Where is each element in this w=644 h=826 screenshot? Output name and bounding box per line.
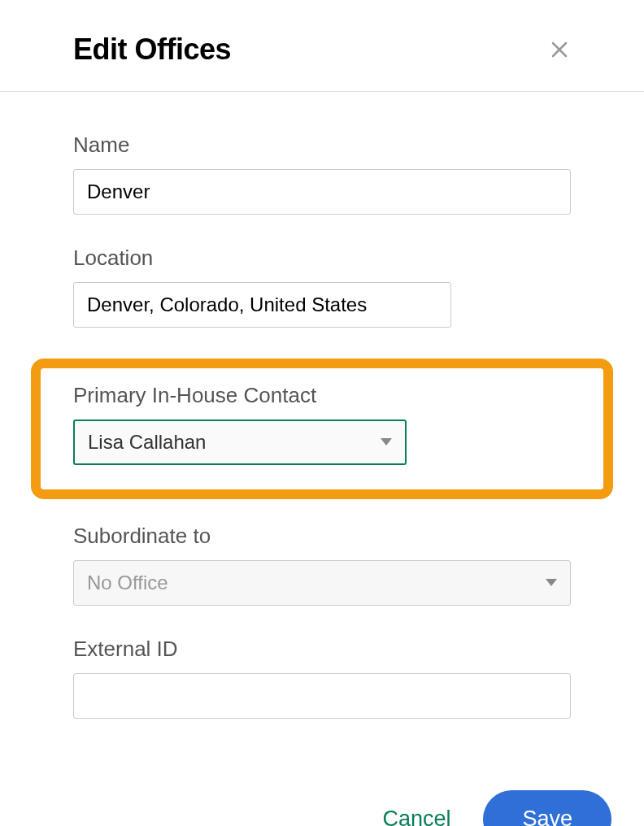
cancel-button[interactable]: Cancel bbox=[382, 806, 450, 826]
modal-title: Edit Offices bbox=[73, 33, 231, 67]
close-icon[interactable] bbox=[548, 38, 571, 61]
form-group-subordinate: Subordinate to No Office bbox=[73, 524, 571, 606]
svg-marker-2 bbox=[381, 438, 392, 446]
form-group-name: Name bbox=[73, 133, 571, 215]
chevron-down-icon bbox=[546, 576, 557, 589]
location-input[interactable] bbox=[73, 282, 451, 328]
location-label: Location bbox=[73, 246, 571, 271]
form-group-location: Location bbox=[73, 246, 571, 328]
edit-offices-modal: Edit Offices Name Location Primary In-Ho… bbox=[0, 0, 644, 826]
primary-contact-select[interactable]: Lisa Callahan bbox=[73, 420, 407, 465]
subordinate-label: Subordinate to bbox=[73, 524, 571, 549]
name-input[interactable] bbox=[73, 169, 571, 215]
modal-header: Edit Offices bbox=[0, 0, 644, 92]
subordinate-select[interactable]: No Office bbox=[73, 560, 571, 606]
primary-contact-label: Primary In-House Contact bbox=[73, 383, 571, 408]
form-group-external-id: External ID bbox=[73, 637, 571, 719]
save-button[interactable]: Save bbox=[483, 790, 611, 826]
primary-contact-value: Lisa Callahan bbox=[88, 431, 206, 454]
modal-body: Name Location Primary In-House Contact L… bbox=[0, 92, 644, 774]
svg-marker-3 bbox=[546, 579, 557, 586]
highlight-box-primary-contact: Primary In-House Contact Lisa Callahan bbox=[31, 359, 613, 499]
chevron-down-icon bbox=[381, 436, 392, 449]
subordinate-value: No Office bbox=[87, 572, 168, 594]
external-id-input[interactable] bbox=[73, 673, 571, 719]
form-group-primary-contact: Primary In-House Contact Lisa Callahan bbox=[73, 383, 571, 465]
modal-footer: Cancel Save bbox=[0, 774, 644, 826]
external-id-label: External ID bbox=[73, 637, 571, 662]
name-label: Name bbox=[73, 133, 571, 158]
